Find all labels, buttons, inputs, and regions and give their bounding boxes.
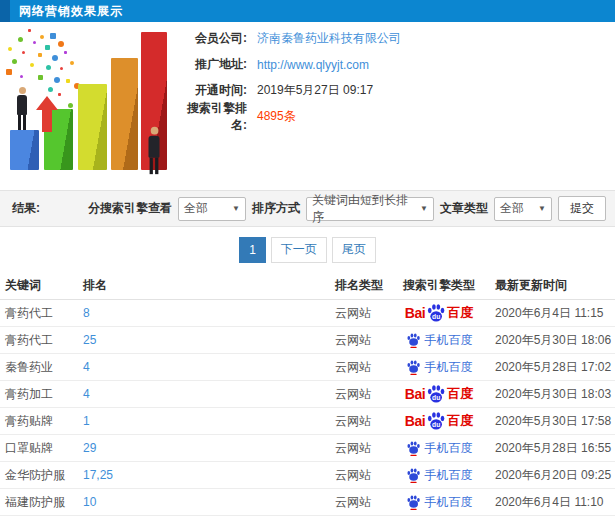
svg-text:du: du (432, 421, 440, 428)
mobile-baidu-paw-icon (406, 360, 421, 375)
cell-update-time: 2020年6月4日 11:10 (485, 494, 615, 511)
sort-label: 排序方式 (252, 200, 300, 217)
table-row: 膏药加工 4 云网站 Bai du 百度 (0, 381, 615, 408)
cell-keyword: 福建防护服 (0, 494, 83, 511)
results-table: 关键词 排名 排名类型 搜索引擎类型 最新更新时间 膏药代工 8 云网站 Bai… (0, 272, 615, 520)
chevron-down-icon: ▼ (420, 204, 428, 213)
member-info: 会员公司: 济南秦鲁药业科技有限公司 推广地址: http://www.qlyy… (175, 30, 605, 134)
bar-chart-growth-illustration (0, 25, 175, 180)
table-row: 金华防护服 17,25 云网站 Bai du 百度 (0, 462, 615, 489)
mobile-baidu-link[interactable]: 手机百度 (406, 494, 473, 511)
cell-rank-link[interactable]: 25 (83, 333, 96, 347)
info-row-rank-count: 搜索引擎排名: 4895条 (175, 108, 605, 125)
table-row: 秦鲁药业 4 云网站 Bai du 百度 (0, 354, 615, 381)
mobile-baidu-label: 手机百度 (425, 494, 473, 511)
cell-engine: Bai du 百度 (393, 440, 485, 457)
submit-button[interactable]: 提交 (558, 196, 606, 221)
mobile-baidu-label: 手机百度 (425, 467, 473, 484)
sort-selected: 关键词由短到长排序 (312, 192, 416, 226)
article-type-label: 文章类型 (440, 200, 488, 217)
mobile-baidu-link[interactable]: 手机百度 (406, 332, 473, 349)
next-page-button[interactable]: 下一页 (271, 237, 327, 263)
window-header: 网络营销效果展示 (0, 0, 615, 22)
engine-view-select[interactable]: 全部 ▼ (178, 197, 246, 221)
result-label: 结果: (12, 200, 40, 217)
last-page-button[interactable]: 尾页 (332, 237, 376, 263)
chart-bar-orange (111, 58, 138, 170)
table-row: 膏药代工 8 云网站 Bai du 百度 (0, 300, 615, 327)
filter-bar: 结果: 分搜索引擎查看 全部 ▼ 排序方式 关键词由短到长排序 ▼ 文章类型 全… (0, 190, 615, 227)
table-header-row: 关键词 排名 排名类型 搜索引擎类型 最新更新时间 (0, 272, 615, 300)
cell-rank-link[interactable]: 8 (83, 306, 90, 320)
cell-rank-link[interactable]: 17,25 (83, 468, 113, 482)
table-row: 口罩贴牌 29 云网站 Bai du 百度 (0, 435, 615, 462)
cell-rank-type: 云网站 (335, 467, 393, 484)
cell-rank-link[interactable]: 1 (83, 414, 90, 428)
open-time-label: 开通时间: (175, 82, 247, 99)
cell-update-time: 2020年6月4日 11:15 (485, 305, 615, 322)
page-title: 网络营销效果展示 (19, 3, 123, 20)
header-engine-type: 搜索引擎类型 (393, 277, 485, 294)
baidu-logo: Bai du 百度 (405, 411, 473, 431)
header-rank-type: 排名类型 (335, 277, 393, 294)
sort-select[interactable]: 关键词由短到长排序 ▼ (306, 197, 434, 221)
cell-engine: Bai du 百度 (393, 411, 485, 431)
mobile-baidu-label: 手机百度 (425, 440, 473, 457)
cell-keyword: 金华防护服 (0, 467, 83, 484)
promo-url-label: 推广地址: (175, 56, 247, 73)
mobile-baidu-link[interactable]: 手机百度 (406, 440, 473, 457)
svg-text:du: du (432, 313, 440, 320)
pagination: 1 下一页 尾页 (0, 227, 615, 272)
cell-rank-link[interactable]: 4 (83, 360, 90, 374)
cell-engine: Bai du 百度 (393, 303, 485, 323)
mobile-baidu-label: 手机百度 (425, 332, 473, 349)
cell-engine: Bai du 百度 (393, 332, 485, 349)
promo-url-link[interactable]: http://www.qlyyjt.com (257, 58, 369, 72)
cell-rank-type: 云网站 (335, 359, 393, 376)
cell-rank-type: 云网站 (335, 440, 393, 457)
rank-count-label: 搜索引擎排名: (175, 100, 247, 134)
cell-engine: Bai du 百度 (393, 359, 485, 376)
open-time-value: 2019年5月27日 09:17 (257, 82, 373, 99)
cell-keyword: 秦鲁药业 (0, 359, 83, 376)
mobile-baidu-paw-icon (406, 441, 421, 456)
info-row-url: 推广地址: http://www.qlyyjt.com (175, 56, 605, 73)
cell-keyword: 膏药加工 (0, 386, 83, 403)
up-arrow-icon (36, 96, 58, 132)
page-1-button[interactable]: 1 (239, 237, 266, 263)
mobile-baidu-paw-icon (406, 468, 421, 483)
engine-view-label: 分搜索引擎查看 (88, 200, 172, 217)
rank-count-value: 4895条 (257, 108, 296, 125)
company-link[interactable]: 济南秦鲁药业科技有限公司 (257, 30, 401, 47)
cell-rank-type: 云网站 (335, 494, 393, 511)
info-row-open-time: 开通时间: 2019年5月27日 09:17 (175, 82, 605, 99)
chevron-down-icon: ▼ (538, 204, 546, 213)
businessman-figure-left (14, 87, 30, 130)
article-type-select[interactable]: 全部 ▼ (494, 197, 552, 221)
header-rank: 排名 (83, 277, 335, 294)
table-body: 膏药代工 8 云网站 Bai du 百度 (0, 300, 615, 520)
cell-update-time: 2020年5月28日 16:55 (485, 440, 615, 457)
header-update-time: 最新更新时间 (485, 277, 615, 294)
mobile-baidu-label: 手机百度 (425, 359, 473, 376)
header-left-edge (0, 0, 10, 22)
cell-keyword: 膏药代工 (0, 332, 83, 349)
header-keyword: 关键词 (0, 277, 83, 294)
company-label: 会员公司: (175, 30, 247, 47)
mobile-baidu-link[interactable]: 手机百度 (406, 359, 473, 376)
cell-engine: Bai du 百度 (393, 494, 485, 511)
table-row: 膏药贴牌 1 云网站 Bai du 百度 (0, 408, 615, 435)
cell-keyword: 膏药代工 (0, 305, 83, 322)
baidu-paw-icon: du (426, 384, 446, 404)
cell-update-time: 2020年5月28日 17:02 (485, 359, 615, 376)
mobile-baidu-link[interactable]: 手机百度 (406, 467, 473, 484)
table-row: 膏药代工 25 云网站 Bai du 百度 (0, 327, 615, 354)
cell-rank-link[interactable]: 4 (83, 387, 90, 401)
cell-rank-type: 云网站 (335, 386, 393, 403)
cell-update-time: 2020年5月30日 18:06 (485, 332, 615, 349)
table-row: 福建防护服 10 云网站 Bai du 百度 (0, 489, 615, 516)
cell-rank-link[interactable]: 29 (83, 441, 96, 455)
cell-update-time: 2020年5月30日 18:03 (485, 386, 615, 403)
cell-rank-link[interactable]: 10 (83, 495, 96, 509)
cell-keyword: 膏药贴牌 (0, 413, 83, 430)
